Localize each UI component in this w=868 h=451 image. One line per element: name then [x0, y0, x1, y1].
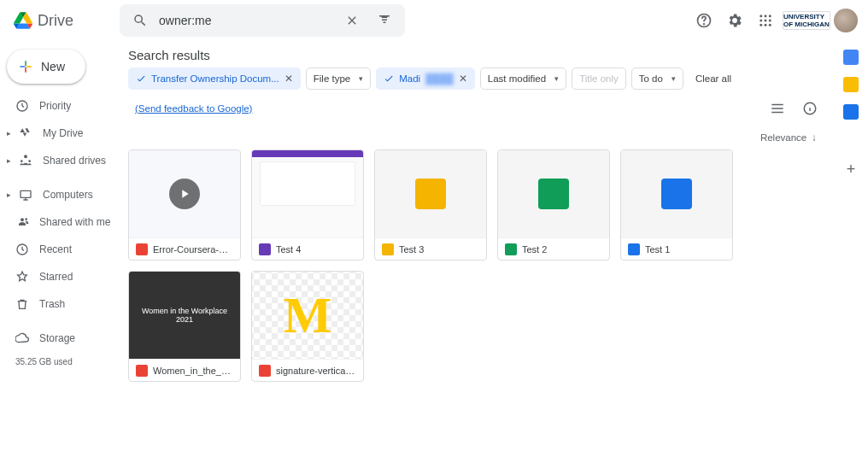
search-bar[interactable]: [120, 4, 405, 37]
sidebar-item-computers[interactable]: ▸Computers: [0, 181, 118, 208]
help-icon[interactable]: [690, 7, 718, 34]
file-name: Test 3: [399, 244, 424, 255]
plus-icon: [17, 58, 34, 75]
file-card[interactable]: Error-Coursera-Results.we...: [128, 149, 241, 261]
tasks-icon[interactable]: [843, 104, 859, 120]
file-card[interactable]: Test 3: [374, 149, 487, 261]
search-icon: [126, 7, 154, 34]
file-thumbnail: [621, 150, 732, 237]
side-panel: +: [834, 41, 868, 451]
svg-point-7: [769, 20, 771, 22]
info-icon[interactable]: [796, 95, 824, 122]
filetype-form-icon: [259, 243, 271, 255]
new-button-label: New: [41, 60, 65, 73]
sidebar: New Priority ▸My Drive ▸Shared drives ▸C…: [0, 41, 118, 451]
app-name: Drive: [38, 12, 73, 30]
sidebar-item-label: Starred: [39, 271, 73, 283]
chip-label: Madi: [399, 73, 420, 84]
send-feedback-link[interactable]: (Send feedback to Google): [128, 97, 259, 120]
file-thumbnail: [129, 150, 240, 237]
sidebar-item-trash[interactable]: Trash: [0, 290, 118, 318]
list-view-icon[interactable]: [764, 95, 791, 122]
file-thumbnail: [252, 150, 363, 237]
svg-point-1: [704, 24, 705, 25]
file-card[interactable]: Test 2: [497, 149, 610, 261]
chip-todo[interactable]: To do▾: [631, 67, 683, 90]
sidebar-item-label: Computers: [43, 189, 93, 201]
chevron-right-icon: ▸: [5, 156, 12, 165]
page-title: Search results: [128, 41, 824, 67]
sidebar-item-recent[interactable]: Recent: [0, 236, 118, 263]
settings-icon[interactable]: [721, 7, 748, 34]
sidebar-item-storage[interactable]: Storage: [0, 325, 118, 352]
sidebar-item-label: Shared with me: [39, 216, 110, 228]
drive-logo-icon: [14, 12, 32, 29]
filetype-sheets-icon: [505, 243, 517, 255]
sidebar-item-mydrive[interactable]: ▸My Drive: [0, 120, 118, 147]
svg-point-5: [760, 20, 762, 22]
chip-person[interactable]: Madi ████ ✕: [376, 67, 475, 90]
chip-label: Transfer Ownership Docum...: [151, 73, 279, 84]
chip-label: To do: [639, 73, 663, 84]
file-thumbnail: Women in the Workplace 2021: [129, 272, 240, 359]
sidebar-item-shareddrives[interactable]: ▸Shared drives: [0, 147, 118, 174]
keep-icon[interactable]: [843, 77, 859, 92]
chip-filetype[interactable]: File type▾: [306, 67, 371, 90]
arrow-down-icon: ↓: [812, 132, 817, 143]
search-options-icon[interactable]: [371, 7, 398, 34]
file-card[interactable]: M signature-vertical-white.png: [251, 271, 364, 382]
org-badge: UNIVERSITY OF MICHIGAN: [783, 11, 830, 30]
svg-point-2: [760, 15, 762, 17]
clear-all-button[interactable]: Clear all: [689, 67, 738, 90]
file-name: Error-Coursera-Results.we...: [153, 244, 233, 255]
filetype-pdf-icon: [136, 365, 148, 377]
sidebar-item-priority[interactable]: Priority: [0, 92, 118, 120]
svg-point-8: [760, 24, 762, 26]
sidebar-item-label: Shared drives: [43, 155, 106, 167]
content-area: Search results Transfer Ownership Docum.…: [118, 41, 834, 451]
sort-label: Relevance: [760, 132, 806, 143]
calendar-icon[interactable]: [843, 50, 859, 65]
clear-search-icon[interactable]: [338, 7, 366, 34]
chevron-right-icon: ▸: [5, 190, 12, 199]
chevron-down-icon: ▾: [554, 74, 559, 83]
filetype-video-icon: [136, 243, 148, 255]
sidebar-item-label: Priority: [39, 100, 71, 112]
play-icon: [169, 179, 200, 209]
chip-titleonly[interactable]: Title only: [572, 67, 626, 90]
file-card[interactable]: Women in the Workplace 2021 Women_in_the…: [128, 271, 241, 382]
file-name: Test 4: [276, 244, 301, 255]
chip-transfer-ownership[interactable]: Transfer Ownership Docum... ✕: [128, 67, 301, 90]
sidebar-item-starred[interactable]: Starred: [0, 263, 118, 290]
search-input[interactable]: [159, 14, 333, 27]
chip-label: File type: [314, 73, 350, 84]
chip-lastmodified[interactable]: Last modified▾: [480, 67, 566, 90]
sort-control[interactable]: Relevance ↓: [128, 122, 824, 146]
chip-remove-icon[interactable]: ✕: [459, 73, 467, 85]
sidebar-item-label: Storage: [39, 332, 75, 344]
apps-icon[interactable]: [752, 7, 779, 34]
file-card[interactable]: Test 4: [251, 149, 364, 261]
add-panel-icon[interactable]: +: [847, 161, 856, 179]
file-thumbnail: [375, 150, 486, 237]
svg-point-6: [765, 20, 767, 22]
new-button[interactable]: New: [7, 50, 85, 84]
sidebar-item-label: Trash: [39, 298, 65, 310]
file-name: signature-vertical-white.png: [276, 366, 356, 376]
file-name: Test 2: [522, 244, 547, 255]
file-name: Women_in_the_Workplace_...: [153, 366, 233, 376]
svg-point-4: [769, 15, 771, 17]
filetype-image-icon: [259, 365, 271, 377]
account-avatar[interactable]: [834, 9, 858, 32]
sidebar-item-label: Recent: [39, 243, 72, 255]
file-card[interactable]: Test 1: [620, 149, 733, 261]
chip-remove-icon[interactable]: ✕: [284, 73, 293, 85]
file-thumbnail: M: [252, 272, 363, 359]
sidebar-item-sharedwithme[interactable]: Shared with me: [0, 208, 118, 236]
storage-used-label: 35.25 GB used: [0, 352, 118, 372]
file-thumbnail: [498, 150, 609, 237]
drive-logo[interactable]: Drive: [10, 12, 113, 30]
check-icon: [136, 73, 146, 84]
svg-point-3: [765, 15, 767, 17]
filetype-docs-icon: [628, 243, 640, 255]
